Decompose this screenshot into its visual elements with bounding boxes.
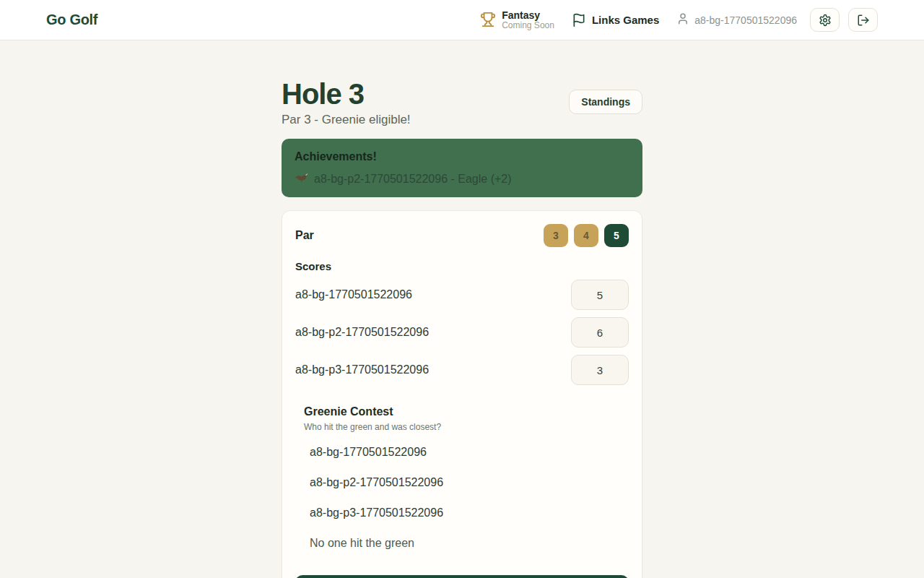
par-button-3[interactable]: 3 <box>544 224 568 247</box>
user-chip: a8-bg-1770501522096 <box>676 12 797 28</box>
score-row: a8-bg-p3-1770501522096 <box>295 355 629 385</box>
player-name: a8-bg-p2-1770501522096 <box>295 326 429 339</box>
submit-scores-button[interactable] <box>295 575 629 578</box>
greenie-option-player-1[interactable]: a8-bg-1770501522096 <box>304 437 629 467</box>
par-button-4[interactable]: 4 <box>574 224 598 247</box>
greenie-option-player-2[interactable]: a8-bg-p2-1770501522096 <box>304 467 629 498</box>
flag-icon <box>572 13 586 27</box>
hole-scorecard: Par 3 4 5 Scores a8-bg-1770501522096 a8-… <box>282 210 642 578</box>
player-name: a8-bg-p3-1770501522096 <box>295 363 429 376</box>
page-subtitle: Par 3 - Greenie eligible! <box>282 113 411 127</box>
achievements-title: Achievements! <box>295 150 629 163</box>
gear-icon <box>819 14 832 27</box>
page-title: Hole 3 <box>282 78 411 110</box>
eagle-icon <box>295 172 308 186</box>
header-username: a8-bg-1770501522096 <box>694 14 797 26</box>
achievements-banner: Achievements! a8-bg-p2-1770501522096 - E… <box>282 139 642 197</box>
greenie-subtitle: Who hit the green and was closest? <box>304 422 629 432</box>
fantasy-label: Fantasy <box>502 9 554 21</box>
logout-icon <box>857 14 870 27</box>
settings-button[interactable] <box>810 8 840 32</box>
logout-button[interactable] <box>848 8 878 32</box>
greenie-options: a8-bg-1770501522096 a8-bg-p2-17705015220… <box>304 437 629 558</box>
greenie-option-no-one[interactable]: No one hit the green <box>304 528 629 558</box>
main-content: Hole 3 Par 3 - Greenie eligible! Standin… <box>282 40 642 578</box>
header-nav: Fantasy Coming Soon Links Games a8-bg-17… <box>480 8 878 32</box>
achievement-text: a8-bg-p2-1770501522096 - Eagle (+2) <box>314 173 512 186</box>
scores-heading: Scores <box>295 260 629 272</box>
trophy-icon <box>480 12 496 27</box>
par-selector: 3 4 5 <box>544 224 629 247</box>
standings-button[interactable]: Standings <box>569 90 642 114</box>
score-row: a8-bg-p2-1770501522096 <box>295 317 629 348</box>
score-input-player-1[interactable] <box>571 280 629 310</box>
title-row: Hole 3 Par 3 - Greenie eligible! Standin… <box>282 78 642 127</box>
header-actions <box>810 8 878 32</box>
par-label: Par <box>295 229 314 242</box>
par-button-5[interactable]: 5 <box>604 224 629 247</box>
achievement-item: a8-bg-p2-1770501522096 - Eagle (+2) <box>295 172 629 186</box>
score-row: a8-bg-1770501522096 <box>295 280 629 310</box>
score-input-player-3[interactable] <box>571 355 629 385</box>
user-icon <box>676 12 689 28</box>
fantasy-sublabel: Coming Soon <box>502 21 554 31</box>
nav-item-fantasy[interactable]: Fantasy Coming Soon <box>480 9 554 31</box>
nav-item-links-games[interactable]: Links Games <box>572 13 659 27</box>
greenie-title: Greenie Contest <box>304 405 629 418</box>
score-input-player-2[interactable] <box>571 317 629 348</box>
player-name: a8-bg-1770501522096 <box>295 288 412 301</box>
greenie-contest: Greenie Contest Who hit the green and wa… <box>295 405 629 558</box>
par-row: Par 3 4 5 <box>295 224 629 247</box>
links-games-label: Links Games <box>592 14 659 26</box>
app-header: Go Golf Fantasy Coming Soon <box>0 0 924 40</box>
app-logo[interactable]: Go Golf <box>46 12 97 28</box>
greenie-option-player-3[interactable]: a8-bg-p3-1770501522096 <box>304 498 629 528</box>
